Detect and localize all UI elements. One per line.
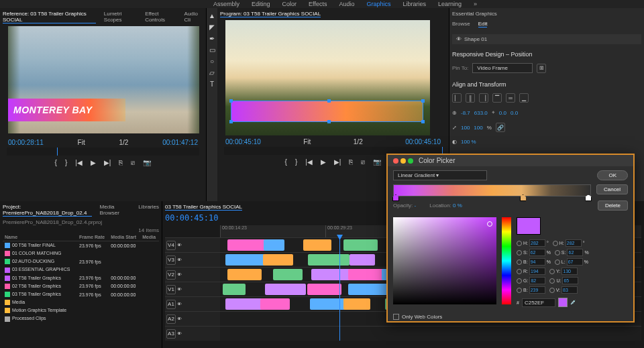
scale-w[interactable]: 100 bbox=[461, 125, 470, 131]
radio-l[interactable] bbox=[555, 259, 560, 265]
timeline-tc[interactable]: 00:00:45:10 bbox=[165, 213, 218, 223]
pen-tool-icon[interactable]: ✒ bbox=[209, 35, 215, 42]
source-tab-reference[interactable]: Reference: 03 T58 Trailer Graphics SOCIA… bbox=[3, 11, 96, 23]
rectangle-tool-icon[interactable]: ▭ bbox=[209, 46, 215, 54]
track-header[interactable]: A1👁 bbox=[165, 297, 220, 311]
mark-in-icon[interactable]: { bbox=[283, 158, 289, 166]
project-row[interactable]: Processed Clips bbox=[3, 314, 159, 323]
zoom-icon[interactable] bbox=[408, 158, 413, 164]
bv-input[interactable] bbox=[529, 286, 545, 294]
extract-icon[interactable]: ⎚ bbox=[359, 158, 367, 166]
clip[interactable] bbox=[227, 269, 262, 280]
layer-shape[interactable]: 👁 Shape 01 bbox=[452, 34, 641, 44]
mark-out-icon[interactable]: } bbox=[293, 158, 299, 166]
clip[interactable] bbox=[273, 269, 303, 280]
track-toggle[interactable]: A3 bbox=[166, 329, 176, 339]
clip[interactable] bbox=[265, 284, 306, 295]
color-cursor[interactable] bbox=[487, 221, 492, 227]
clip[interactable] bbox=[260, 298, 289, 310]
project-row[interactable]: 02 T58 Trailer Graphics23.976 fps00:00:0… bbox=[3, 282, 159, 290]
clip[interactable] bbox=[263, 254, 294, 266]
col-mediastart[interactable]: Media Start bbox=[109, 233, 140, 241]
radio-y[interactable] bbox=[549, 269, 555, 274]
project-tab[interactable]: Project: PremierePro_NAB2018_Drop_02.4 bbox=[3, 204, 92, 217]
lift-icon[interactable]: ⎘ bbox=[347, 158, 355, 166]
opacity-value[interactable]: 100 % bbox=[461, 139, 476, 145]
dialog-titlebar[interactable]: Color Picker bbox=[388, 155, 633, 166]
cancel-button[interactable]: Cancel bbox=[596, 184, 628, 194]
program-zoom[interactable]: Fit bbox=[303, 138, 311, 146]
project-row[interactable]: 01 COLOR MATCHING bbox=[3, 249, 159, 257]
project-row[interactable]: 02 AUTO-DUCKING23.976 fps bbox=[3, 257, 159, 266]
clip[interactable] bbox=[307, 284, 341, 295]
eye-icon[interactable]: 👁 bbox=[177, 331, 182, 336]
step-fwd-icon[interactable]: ▶| bbox=[332, 158, 343, 166]
clip[interactable] bbox=[223, 284, 246, 295]
stop-location[interactable]: 0 % bbox=[453, 202, 462, 209]
col-media[interactable]: Media bbox=[140, 233, 159, 241]
direct-select-icon[interactable]: ◤ bbox=[209, 23, 215, 31]
track-header[interactable]: V4👁 bbox=[165, 238, 220, 252]
link-scale-icon[interactable]: 🔗 bbox=[496, 123, 505, 132]
selected-shape[interactable] bbox=[231, 101, 423, 122]
clip[interactable] bbox=[348, 269, 386, 280]
v-input[interactable] bbox=[561, 286, 578, 294]
l-input[interactable] bbox=[567, 258, 583, 266]
u-input[interactable] bbox=[562, 277, 578, 284]
track-toggle[interactable]: V4 bbox=[166, 241, 176, 250]
pin-grid-icon[interactable]: ⊞ bbox=[537, 64, 546, 73]
source-tc-in[interactable]: 00:00:28:11 bbox=[8, 139, 44, 146]
eye-icon[interactable]: 👁 bbox=[177, 316, 182, 321]
clip[interactable] bbox=[225, 254, 266, 266]
eye-icon[interactable]: 👁 bbox=[177, 272, 182, 277]
project-row[interactable]: Motion Graphics Template bbox=[3, 306, 159, 314]
minimize-icon[interactable] bbox=[400, 158, 406, 164]
eye-icon[interactable]: 👁 bbox=[177, 287, 182, 292]
project-row[interactable]: 03 ESSENTIAL GRAPHICS bbox=[3, 266, 159, 274]
track-header[interactable]: V3👁 bbox=[165, 253, 220, 267]
tab-graphics[interactable]: Graphics bbox=[366, 1, 390, 7]
align-center-h-icon[interactable]: ║ bbox=[466, 93, 475, 103]
eye-icon[interactable]: 👁 bbox=[177, 302, 182, 306]
program-monitor[interactable] bbox=[225, 20, 430, 135]
align-left-icon[interactable]: ▏ bbox=[452, 93, 462, 103]
clip[interactable] bbox=[227, 239, 266, 251]
eyedropper-tool-icon[interactable]: 💉 bbox=[570, 300, 576, 305]
project-row[interactable]: 00 T58 Trailer FINAL23.976 fps00:00:00:0… bbox=[3, 241, 159, 250]
mark-out-icon[interactable]: } bbox=[63, 158, 69, 167]
ellipse-tool-icon[interactable]: ○ bbox=[210, 58, 214, 65]
r-input[interactable] bbox=[529, 268, 545, 275]
align-top-icon[interactable]: ▔ bbox=[492, 93, 502, 103]
playhead[interactable] bbox=[339, 237, 340, 341]
source-tab-audio[interactable]: Audio Cli bbox=[184, 11, 203, 23]
track-toggle[interactable]: V1 bbox=[166, 285, 176, 294]
col-framerate[interactable]: Frame Rate bbox=[77, 233, 109, 241]
sequence-tab[interactable]: 03 T58 Trailer Graphics SOCIAL bbox=[165, 204, 242, 211]
source-tab-effects[interactable]: Effect Controls bbox=[145, 11, 176, 23]
y-input[interactable] bbox=[561, 268, 578, 275]
tab-libraries[interactable]: Libraries bbox=[402, 1, 426, 7]
stop-opacity[interactable]: - bbox=[415, 202, 417, 209]
radio-b[interactable] bbox=[517, 259, 522, 265]
radio-v[interactable] bbox=[549, 288, 555, 293]
radio-bv[interactable] bbox=[517, 288, 522, 293]
play-icon[interactable]: ▶ bbox=[319, 158, 328, 166]
anchor-x[interactable]: 0.0 bbox=[499, 110, 506, 116]
eye-icon[interactable]: 👁 bbox=[177, 257, 182, 262]
track-toggle[interactable]: V2 bbox=[166, 270, 176, 280]
type-tool-icon[interactable]: T bbox=[210, 80, 214, 88]
clip[interactable] bbox=[308, 254, 350, 266]
track-header[interactable]: V1👁 bbox=[165, 282, 220, 296]
gradient-bar[interactable] bbox=[393, 184, 591, 196]
col-name[interactable]: Name bbox=[3, 233, 77, 241]
web-colors-checkbox[interactable] bbox=[393, 314, 399, 320]
g-input[interactable] bbox=[529, 277, 545, 284]
h2-input[interactable] bbox=[566, 239, 582, 247]
track-toggle[interactable]: V3 bbox=[166, 255, 176, 265]
export-frame-icon[interactable]: 📷 bbox=[371, 158, 383, 166]
step-back-icon[interactable]: |◀ bbox=[73, 158, 85, 167]
clip[interactable] bbox=[311, 269, 351, 280]
clip[interactable] bbox=[264, 239, 285, 251]
project-row[interactable]: 01 T58 Trailer Graphics23.976 fps00:00:0… bbox=[3, 274, 159, 282]
align-center-v-icon[interactable]: ═ bbox=[506, 93, 515, 103]
